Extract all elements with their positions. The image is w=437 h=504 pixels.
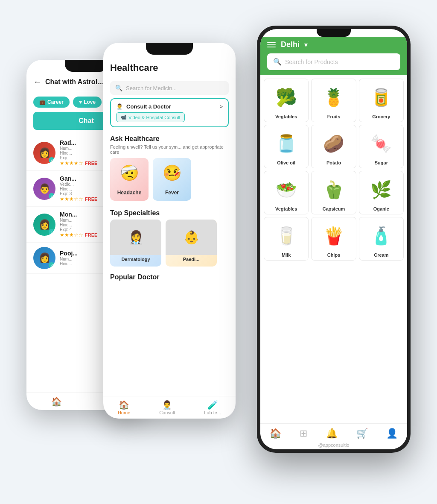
search-placeholder: Search for Products bbox=[285, 59, 338, 65]
nav-home[interactable]: 🏠 bbox=[51, 396, 62, 407]
nav-consult[interactable]: 👨‍⚕️ Consult bbox=[159, 400, 175, 415]
sugar-label: Sugar bbox=[375, 160, 388, 165]
grocery-search-bar[interactable]: 🔍 Search for Products bbox=[267, 53, 400, 70]
headache-label: Headache bbox=[110, 188, 149, 197]
organic-label: Oganic bbox=[373, 206, 389, 211]
p2-search-bar[interactable]: 🔍 Search for Medicin... bbox=[110, 81, 229, 95]
grocery-label: Grocery bbox=[372, 114, 390, 119]
menu-line bbox=[267, 42, 276, 43]
category-cream[interactable]: 🧴 Cream bbox=[359, 217, 404, 261]
search-icon: 🔍 bbox=[273, 58, 282, 66]
chips-icon: 🍟 bbox=[319, 221, 349, 251]
dermatology-label: Dermatology bbox=[110, 255, 161, 264]
organic-icon: 🌿 bbox=[366, 175, 396, 205]
category-vegetables[interactable]: 🥦 Vegtables bbox=[264, 79, 309, 122]
menu-line bbox=[267, 44, 276, 45]
category-grocery[interactable]: 🥫 Grocery bbox=[359, 79, 404, 122]
vegetables-icon: 🥦 bbox=[271, 82, 301, 112]
specialty-dermatology[interactable]: 👩‍⚕️ Dermatology bbox=[110, 220, 161, 267]
milk-label: Milk bbox=[282, 252, 291, 258]
nav-home[interactable]: 🏠 bbox=[270, 428, 281, 439]
capsicum-label: Capsicum bbox=[323, 206, 345, 211]
nav-lab-label: Lab te... bbox=[204, 410, 221, 415]
search-icon: 🔍 bbox=[115, 85, 122, 91]
category-sugar[interactable]: 🍬 Sugar bbox=[359, 125, 404, 168]
category-grid: 🥦 Vegtables 🍍 Fruits 🥫 Grocery � bbox=[260, 75, 407, 423]
career-tag[interactable]: 💼 Career bbox=[33, 97, 70, 108]
menu-line bbox=[267, 47, 276, 47]
nav-lab[interactable]: 🧪 Lab te... bbox=[204, 400, 221, 415]
category-chips[interactable]: 🍟 Chips bbox=[311, 217, 356, 261]
category-row: 🥦 Vegtables 🍍 Fruits 🥫 Grocery bbox=[264, 79, 404, 122]
doctor-icon: 👨‍⚕️ bbox=[116, 103, 123, 110]
vegetables2-label: Vegtables bbox=[275, 206, 297, 211]
verified-icon: ✓ bbox=[49, 229, 55, 235]
phone2-healthcare: Healthcare 🔍 Search for Medicin... 👨‍⚕️ … bbox=[103, 43, 236, 419]
nav-categories[interactable]: ⊞ bbox=[300, 428, 307, 439]
avatar: 👩 ✓ bbox=[33, 214, 55, 236]
p3-bottom-nav: 🏠 ⊞ 🔔 🛒 👤 bbox=[260, 423, 407, 442]
verified-icon: ✓ bbox=[49, 193, 55, 199]
phone3-grocery: Delhi ▼ 🔍 Search for Products 🥦 Vegtable… bbox=[257, 26, 411, 453]
star-rating: ★★★☆☆ bbox=[60, 196, 83, 202]
fever-label: Fever bbox=[153, 188, 191, 197]
nav-cart[interactable]: 🛒 bbox=[356, 428, 368, 439]
specialty-paediatrics[interactable]: 👶 Paedi... bbox=[166, 220, 217, 267]
verified-icon: ✓ bbox=[49, 262, 55, 268]
vegetables-label: Vegtables bbox=[275, 114, 297, 119]
back-button[interactable]: ← bbox=[33, 77, 42, 87]
love-icon: ♥ bbox=[79, 99, 82, 105]
career-label: Career bbox=[47, 99, 64, 105]
p2-header: Healthcare bbox=[103, 58, 236, 78]
video-consult-tag[interactable]: 📹 Video & Hospital Consult bbox=[116, 112, 185, 122]
popular-doctor-title: Popular Doctor bbox=[103, 272, 236, 284]
consult-row: 👨‍⚕️ Consult a Doctor > bbox=[116, 103, 223, 110]
milk-icon: 🥛 bbox=[271, 221, 301, 251]
avatar: 👩 ✓ bbox=[33, 142, 55, 164]
consult-icon: 👨‍⚕️ bbox=[159, 400, 175, 410]
grocery-icon: 🥫 bbox=[366, 82, 396, 112]
nav-home-label: Home bbox=[118, 410, 130, 415]
category-potato[interactable]: 🥔 Potato bbox=[311, 125, 356, 168]
category-organic[interactable]: 🌿 Oganic bbox=[359, 171, 404, 214]
capsicum-icon: 🫑 bbox=[319, 175, 349, 205]
category-row: 🫙 Olive oil 🥔 Potato 🍬 Sugar bbox=[264, 125, 404, 168]
career-icon: 💼 bbox=[39, 99, 46, 105]
paediatrics-icon: 👶 bbox=[166, 220, 217, 255]
nav-profile[interactable]: 👤 bbox=[386, 428, 398, 439]
free-badge: FREE bbox=[85, 161, 97, 166]
lab-icon: 🧪 bbox=[204, 400, 221, 410]
menu-icon[interactable] bbox=[267, 42, 276, 47]
vegetables2-icon: 🥗 bbox=[271, 175, 301, 205]
ask-healthcare-sub: Feeling unwell? Tell us your sym... and … bbox=[103, 144, 236, 158]
symptom-fever[interactable]: 🤒 Fever bbox=[153, 158, 191, 201]
chevron-down-icon[interactable]: ▼ bbox=[303, 41, 309, 48]
nav-consult-label: Consult bbox=[159, 410, 175, 415]
phone3-notch bbox=[317, 29, 351, 37]
home-icon: 🏠 bbox=[118, 400, 130, 410]
sugar-icon: 🍬 bbox=[366, 129, 396, 158]
ask-healthcare-title: Ask Healthcare bbox=[103, 132, 236, 144]
category-capsicum[interactable]: 🫑 Capsicum bbox=[311, 171, 356, 214]
star-rating: ★★★★☆ bbox=[60, 160, 83, 166]
fruits-icon: 🍍 bbox=[319, 82, 349, 112]
potato-icon: 🥔 bbox=[319, 129, 349, 158]
consult-box[interactable]: 👨‍⚕️ Consult a Doctor > 📹 Video & Hospit… bbox=[110, 98, 229, 127]
category-olive-oil[interactable]: 🫙 Olive oil bbox=[264, 125, 309, 168]
fever-icon: 🤒 bbox=[153, 158, 191, 188]
free-badge: FREE bbox=[85, 196, 97, 202]
nav-notifications[interactable]: 🔔 bbox=[326, 428, 338, 439]
location-row: Delhi ▼ bbox=[267, 40, 400, 49]
category-milk[interactable]: 🥛 Milk bbox=[264, 217, 309, 261]
symptom-headache[interactable]: 🤕 Headache bbox=[110, 158, 149, 201]
paediatrics-label: Paedi... bbox=[166, 255, 217, 264]
chips-label: Chips bbox=[327, 252, 341, 258]
free-badge: FREE bbox=[85, 232, 97, 237]
scene: ← Chat with Astrol... 💼 Career ♥ Love Ch… bbox=[26, 26, 411, 478]
category-fruits[interactable]: 🍍 Fruits bbox=[311, 79, 356, 122]
category-vegetables2[interactable]: 🥗 Vegtables bbox=[264, 171, 309, 214]
cream-label: Cream bbox=[374, 252, 388, 258]
nav-home[interactable]: 🏠 Home bbox=[118, 400, 130, 415]
consult-label: Consult a Doctor bbox=[126, 103, 171, 110]
love-tag[interactable]: ♥ Love bbox=[73, 97, 102, 108]
